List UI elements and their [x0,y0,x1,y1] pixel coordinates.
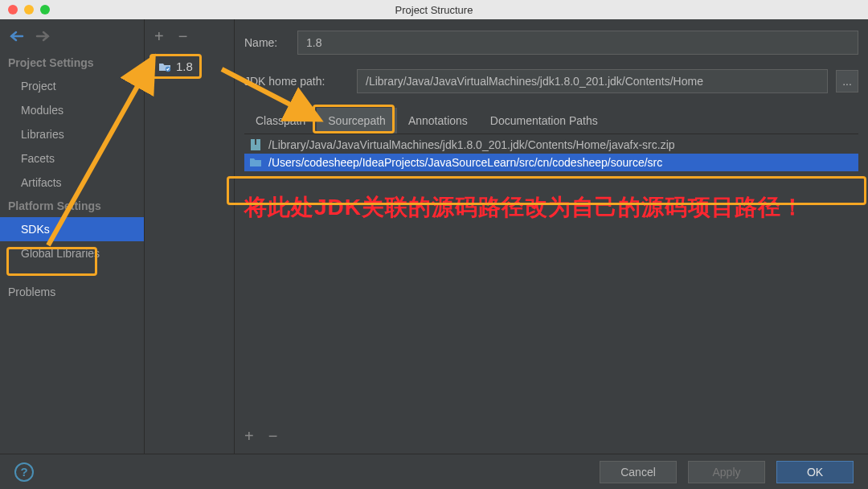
svg-rect-2 [255,139,256,145]
traffic-lights [0,5,50,14]
folder-icon [249,156,262,169]
add-source-button[interactable]: + [244,427,254,446]
sidebar-section-project-settings: Project Settings [0,51,144,74]
nav-back-icon[interactable] [10,31,24,42]
window-minimize-button[interactable] [24,5,34,14]
sidebar-section-platform-settings: Platform Settings [0,195,144,217]
dialog-button-bar: ? Cancel Apply OK [0,454,868,489]
tab-annotations[interactable]: Annotations [397,108,479,134]
nav-forward-icon[interactable] [35,31,50,42]
source-row[interactable]: /Library/Java/JavaVirtualMachines/jdk1.8… [244,136,858,154]
cancel-button-label: Cancel [620,466,656,479]
annotation-text: 将此处JDK关联的源码路径改为自己的源码项目路径！ [244,192,858,223]
remove-sdk-button[interactable]: − [178,27,188,46]
sidebar-item-global-libraries[interactable]: Global Libraries [0,241,144,265]
window-maximize-button[interactable] [40,5,50,14]
name-label: Name: [244,36,297,49]
sdk-name-input[interactable] [297,31,858,55]
sidebar-item-sdks[interactable]: SDKs [0,217,144,241]
source-list: /Library/Java/JavaVirtualMachines/jdk1.8… [244,136,858,171]
remove-source-button[interactable]: − [268,427,278,446]
sdk-list-panel: + − 1.8 [145,19,235,454]
sdk-detail-panel: Name: JDK home path: ... Classpath Sourc… [235,19,868,454]
browse-button[interactable]: ... [836,70,858,92]
help-icon: ? [20,465,27,479]
left-sidebar: Project Settings Project Modules Librari… [0,19,145,454]
jdk-home-label: JDK home path: [244,75,357,88]
sidebar-item-artifacts[interactable]: Artifacts [0,171,144,195]
sdk-list-item[interactable]: 1.8 [149,54,202,79]
help-button[interactable]: ? [14,462,34,482]
cancel-button[interactable]: Cancel [600,461,677,483]
source-row-path: /Users/codesheep/IdeaProjects/JavaSource… [268,156,662,169]
ellipsis-icon: ... [842,75,852,88]
tab-documentation-paths[interactable]: Documentation Paths [479,108,609,134]
jdk-home-input[interactable] [357,69,828,93]
titlebar: Project Structure [0,0,868,19]
sidebar-item-libraries[interactable]: Libraries [0,122,144,146]
apply-button-label: Apply [712,466,740,479]
window-title: Project Structure [395,4,473,16]
window-close-button[interactable] [8,5,18,14]
sdk-list-item-label: 1.8 [176,60,193,73]
archive-icon [249,138,262,151]
sidebar-item-facets[interactable]: Facets [0,146,144,171]
sidebar-item-modules[interactable]: Modules [0,98,144,122]
tabs: Classpath Sourcepath Annotations Documen… [244,108,858,134]
jdk-icon [158,60,171,73]
ok-button[interactable]: OK [776,461,854,483]
tab-sourcepath[interactable]: Sourcepath [317,108,397,134]
source-row[interactable]: /Users/codesheep/IdeaProjects/JavaSource… [244,154,858,171]
sidebar-item-problems[interactable]: Problems [0,280,144,304]
apply-button[interactable]: Apply [688,461,765,483]
sidebar-item-project[interactable]: Project [0,74,144,98]
source-row-path: /Library/Java/JavaVirtualMachines/jdk1.8… [268,138,675,151]
add-sdk-button[interactable]: + [154,27,164,46]
ok-button-label: OK [807,466,823,479]
tab-classpath[interactable]: Classpath [244,108,317,134]
